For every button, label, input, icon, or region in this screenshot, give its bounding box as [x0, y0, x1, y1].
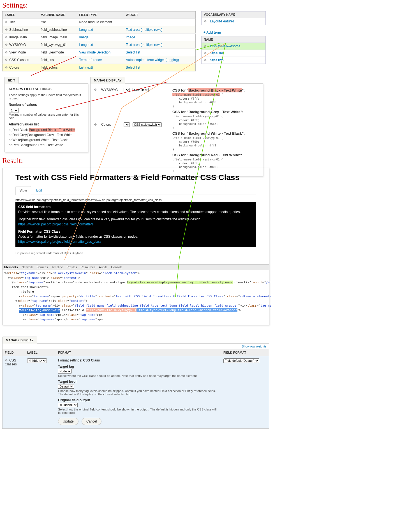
widget-link[interactable]: Autocomplete term widget (tagging): [126, 58, 179, 62]
devtab[interactable]: Console: [111, 265, 122, 269]
devtab[interactable]: Profiles: [67, 265, 77, 269]
widget-link[interactable]: Image: [126, 35, 135, 39]
label-select[interactable]: [124, 122, 130, 127]
drag-icon[interactable]: ✥: [94, 88, 97, 92]
vocab-item[interactable]: ✥ Layout-Features: [202, 18, 265, 25]
devtab[interactable]: Network: [22, 265, 33, 269]
css-title: CSS for "Background Black - Text White":: [172, 88, 259, 92]
drag-icon[interactable]: ✥: [204, 44, 207, 48]
allowed-values-label: Allowed values list: [9, 122, 84, 126]
display-row[interactable]: ✥ Colors CSS style switch: [94, 121, 170, 128]
label-select[interactable]: [124, 88, 130, 92]
blk-h1: CSS field formatters: [18, 204, 253, 209]
devtab[interactable]: Audits: [99, 265, 108, 269]
blk-p2: Together with field_formatter_css_class …: [18, 217, 253, 222]
table-row[interactable]: ✥Title title Node module element: [3, 18, 196, 26]
col-field: FIELD: [3, 349, 25, 356]
show-row-weights[interactable]: Show row weights: [3, 344, 269, 349]
manage-display-panel: ✥ WYSIWYG Default✥ Colors CSS style swit…: [90, 83, 263, 176]
field-settings-panel: COLORS FIELD SETTINGS These settings app…: [4, 83, 88, 152]
field-format-select[interactable]: Field default (Default): [223, 358, 259, 363]
drag-icon[interactable]: ✥: [5, 358, 8, 362]
tab-edit[interactable]: Edit: [32, 186, 46, 195]
num-values-select[interactable]: 1: [9, 108, 18, 113]
css-code: .field-name-field-wysiwyg-01 { color: #f…: [172, 115, 259, 130]
drag-icon[interactable]: ✥: [94, 123, 97, 127]
drag-icon[interactable]: ✥: [5, 28, 8, 32]
css-title: CSS for "Background White - Text Black":: [172, 131, 259, 136]
devtab[interactable]: Timeline: [52, 265, 63, 269]
format-select[interactable]: CSS style switch: [133, 122, 162, 127]
devtab[interactable]: Sources: [36, 265, 48, 269]
css-title: CSS for "Background Grey - Text White":: [172, 110, 259, 114]
table-row[interactable]: ✥Colors field_colors List (text) Select …: [3, 64, 196, 71]
subheadline-urls: https://www.drupal.org/project/css_field…: [15, 198, 256, 202]
drag-icon[interactable]: ✥: [5, 35, 8, 39]
tab-view[interactable]: View: [15, 186, 31, 195]
row-label-select[interactable]: <Hidden>: [27, 358, 47, 363]
vocab-item-label[interactable]: Layout-Features: [210, 19, 263, 23]
devtab-elements[interactable]: Elements: [4, 265, 18, 269]
manage-display-tab-2[interactable]: MANAGE DISPLAY: [2, 337, 37, 344]
devtab[interactable]: Resources: [81, 265, 96, 269]
orig-output-label: Original field output: [58, 398, 219, 402]
term-item[interactable]: ✥DisplayMeAwesome: [202, 43, 265, 50]
add-term-link[interactable]: + Add term: [201, 29, 266, 36]
format-select[interactable]: Default: [133, 88, 149, 92]
update-button[interactable]: Update: [58, 418, 78, 425]
cancel-button[interactable]: Cancel: [82, 418, 101, 425]
edit-tab[interactable]: EDIT: [4, 77, 19, 84]
drag-icon[interactable]: ✥: [5, 20, 8, 24]
table-row[interactable]: ✥Image Main field_image_main Image Image: [3, 34, 196, 41]
page-title: Test with CSS Field Formatters & Field F…: [15, 173, 256, 182]
blk-p3: Adds a formatter for text/list/taxonomy …: [18, 234, 253, 239]
orig-output-select[interactable]: <Hidden>: [58, 403, 78, 407]
manage-display-tab[interactable]: MANAGE DISPLAY: [90, 77, 125, 84]
drag-icon[interactable]: ✥: [5, 58, 8, 62]
table-row[interactable]: ✥Subheadline field_subheadline Long text…: [3, 26, 196, 34]
col-widget: WIDGET: [124, 11, 196, 18]
field-type-link[interactable]: Image: [79, 35, 88, 39]
field-settings-desc: These settings apply to the Colors field…: [9, 93, 84, 100]
blk-link1[interactable]: https://www.drupal.org/project/css_field…: [18, 222, 94, 226]
fields-table: LABEL MACHINE NAME FIELD TYPE WIDGET ✥Ti…: [2, 11, 196, 71]
drag-icon[interactable]: ✥: [204, 51, 207, 55]
drag-icon[interactable]: ✥: [5, 50, 8, 54]
term-item[interactable]: ✥StyleOne: [202, 50, 265, 57]
blk-p1: Provides several field formatters to cre…: [18, 209, 253, 214]
field-type-link[interactable]: View mode Selection: [79, 50, 110, 54]
terms-header: NAME: [202, 36, 265, 43]
col-format: FORMAT: [56, 349, 221, 356]
target-level-select[interactable]: Default: [58, 384, 74, 389]
allowed-value-line: bgRed|Background Red - Text White: [9, 143, 84, 148]
table-row[interactable]: ✥WYSIWYG field_wysiwyg_01 Long text Text…: [3, 41, 196, 49]
allowed-value-line: bgDarkBlack|Background Black - Text Whit…: [9, 127, 84, 132]
widget-link[interactable]: Select list: [126, 66, 140, 69]
widget-link[interactable]: Text area (multiple rows): [126, 28, 163, 32]
col-label: LABEL: [3, 11, 39, 18]
allowed-value-line: bgDarkGrey|Background Grey - Text White: [9, 132, 84, 137]
blk-h2: Field Formatter CSS Class: [18, 229, 253, 234]
drag-icon[interactable]: ✥: [204, 58, 207, 62]
table-row[interactable]: ✥CSS Classes field_css Term reference Au…: [3, 56, 196, 64]
col-label2: LABEL: [25, 349, 56, 356]
drag-icon[interactable]: ✥: [5, 43, 8, 47]
field-type-link[interactable]: List (text): [79, 66, 93, 69]
format-settings-title: Format settings: CSS Class: [58, 358, 219, 362]
term-item[interactable]: ✥StyleTwo: [202, 57, 265, 64]
blk-link2[interactable]: https://www.drupal.org/project/field_for…: [18, 240, 101, 244]
display-row[interactable]: ✥ WYSIWYG Default: [94, 87, 170, 93]
drag-icon[interactable]: ✥: [204, 19, 207, 23]
target-level-label: Target level: [58, 380, 219, 384]
devtools-tabs[interactable]: Elements Network Sources Timeline Profil…: [3, 264, 269, 270]
field-type-link[interactable]: Long text: [79, 43, 93, 47]
widget-link[interactable]: Select list: [126, 50, 140, 54]
drag-icon[interactable]: ✥: [5, 66, 8, 69]
target-tag-select[interactable]: Node: [58, 369, 72, 374]
field-type-link[interactable]: Term reference: [79, 58, 102, 62]
table-row[interactable]: ✥View Mode field_viewmode View mode Sele…: [3, 49, 196, 56]
field-type-link[interactable]: Long text: [79, 28, 93, 32]
orig-output-help: Select how the original field content sh…: [58, 408, 219, 414]
widget-link[interactable]: Text area (multiple rows): [126, 43, 163, 47]
devtools-elements[interactable]: ▼<class="tag-name">div id="block-system-…: [3, 270, 269, 325]
